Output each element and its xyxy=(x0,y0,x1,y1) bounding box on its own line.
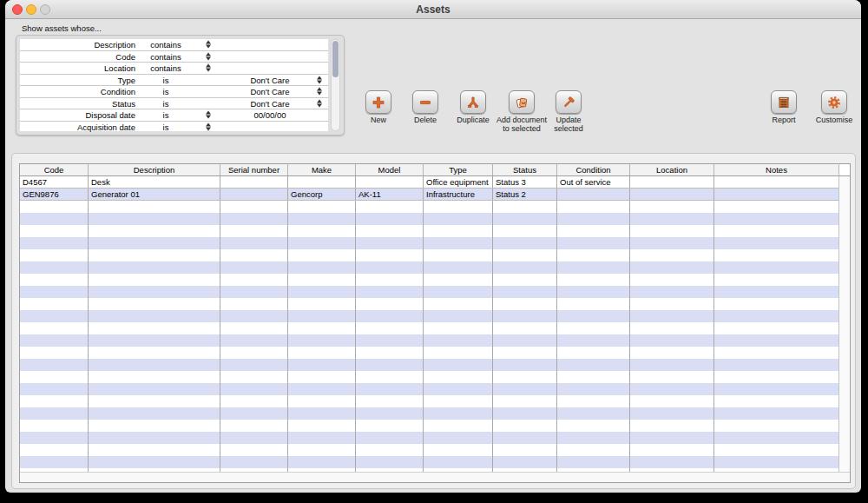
operator-select[interactable]: contains xyxy=(150,63,181,73)
column-header-serial[interactable]: Serial number xyxy=(220,164,288,175)
table-cell xyxy=(288,225,356,237)
stepper-icon[interactable] xyxy=(317,76,322,83)
delete-button[interactable] xyxy=(412,90,438,114)
table-cell xyxy=(424,310,493,322)
table-row-empty[interactable] xyxy=(20,420,838,432)
table-cell xyxy=(20,444,89,456)
table-cell xyxy=(89,347,220,359)
report-button[interactable] xyxy=(771,90,797,114)
column-header-model[interactable]: Model xyxy=(356,164,424,175)
table-cell xyxy=(220,432,288,444)
table-cell xyxy=(356,359,424,371)
table-cell xyxy=(288,237,356,249)
column-header-notes[interactable]: Notes xyxy=(714,164,838,175)
table-row[interactable]: D4567 Desk Office equipment Status 3 Out… xyxy=(20,176,838,189)
table-cell xyxy=(557,371,630,383)
table-cell xyxy=(714,274,838,286)
table-cell xyxy=(424,395,493,407)
operator-select[interactable]: is xyxy=(163,87,169,96)
filter-scrollbar[interactable] xyxy=(331,39,340,131)
stepper-icon[interactable] xyxy=(206,111,211,119)
stepper-icon[interactable] xyxy=(317,88,322,96)
table-cell xyxy=(89,383,220,395)
horizontal-scrollbar[interactable] xyxy=(20,472,850,482)
stepper-icon[interactable] xyxy=(206,64,211,72)
update-selected-button[interactable] xyxy=(556,90,582,114)
column-header-description[interactable]: Description xyxy=(89,164,220,175)
stepper-icon[interactable] xyxy=(206,41,211,49)
column-header-type[interactable]: Type xyxy=(424,164,493,175)
table-row-empty[interactable] xyxy=(20,249,838,261)
hammer-icon xyxy=(562,96,575,109)
button-label: Duplicate xyxy=(445,116,501,124)
table-row-empty[interactable] xyxy=(20,322,838,334)
table-row-empty[interactable] xyxy=(20,456,838,468)
table-cell xyxy=(493,286,557,298)
new-button[interactable] xyxy=(365,90,391,114)
table-row-empty[interactable] xyxy=(20,334,838,347)
column-header-status[interactable]: Status xyxy=(493,164,557,175)
filter-field-label: Condition xyxy=(20,87,135,96)
table-cell xyxy=(288,359,356,371)
value-select[interactable]: Don't Care xyxy=(250,75,289,84)
operator-select[interactable]: contains xyxy=(150,40,181,50)
table-row-empty[interactable] xyxy=(20,298,838,310)
customise-button[interactable] xyxy=(821,90,847,114)
table-cell xyxy=(424,274,493,286)
table-row-empty[interactable] xyxy=(20,468,838,472)
operator-select[interactable]: is xyxy=(163,75,169,84)
operator-select[interactable]: is xyxy=(163,110,169,120)
operator-select[interactable]: is xyxy=(163,98,169,108)
table-row[interactable]: GEN9876 Generator 01 Gencorp AK-11 Infra… xyxy=(20,189,838,201)
table-row-empty[interactable] xyxy=(20,261,838,274)
table-row-empty[interactable] xyxy=(20,359,838,371)
table-row-empty[interactable] xyxy=(20,201,838,213)
vertical-scrollbar[interactable] xyxy=(838,176,850,472)
table-cell xyxy=(714,176,838,188)
duplicate-button[interactable] xyxy=(460,90,486,114)
stepper-icon[interactable] xyxy=(317,99,322,107)
table-row-empty[interactable] xyxy=(20,432,838,444)
table-cell xyxy=(557,420,630,432)
table-cell xyxy=(493,432,557,444)
title-bar[interactable]: Assets xyxy=(5,0,861,19)
column-header-condition[interactable]: Condition xyxy=(557,164,630,175)
stepper-icon[interactable] xyxy=(206,123,211,131)
stepper-icon[interactable] xyxy=(206,52,211,60)
table-cell xyxy=(220,322,288,334)
operator-select[interactable]: contains xyxy=(150,51,181,61)
table-row-empty[interactable] xyxy=(20,310,838,322)
table-cell xyxy=(714,432,838,444)
table-row-empty[interactable] xyxy=(20,383,838,395)
value-select[interactable]: Don't Care xyxy=(250,87,289,96)
table-row-empty[interactable] xyxy=(20,274,838,286)
column-header-code[interactable]: Code xyxy=(20,164,89,175)
operator-select[interactable]: is xyxy=(163,122,169,132)
table-row-empty[interactable] xyxy=(20,213,838,225)
column-header-make[interactable]: Make xyxy=(288,164,356,175)
add-document-button[interactable] xyxy=(509,90,535,114)
filter-rows: Description contains Code contains Locat… xyxy=(20,39,328,131)
table-cell xyxy=(493,407,557,420)
table-cell xyxy=(424,213,493,225)
filter-scrollbar-thumb[interactable] xyxy=(332,41,339,77)
table-row-empty[interactable] xyxy=(20,225,838,237)
table-cell xyxy=(630,274,714,286)
column-header-location[interactable]: Location xyxy=(630,164,714,175)
table-row-empty[interactable] xyxy=(20,395,838,407)
table-row-empty[interactable] xyxy=(20,237,838,249)
table-row-empty[interactable] xyxy=(20,407,838,420)
table-cell xyxy=(20,371,89,383)
table-cell xyxy=(89,395,220,407)
table-cell xyxy=(424,286,493,298)
table-row-empty[interactable] xyxy=(20,444,838,456)
date-field[interactable]: 00/00/00 xyxy=(254,110,286,120)
value-select[interactable]: Don't Care xyxy=(250,98,289,108)
table-row-empty[interactable] xyxy=(20,286,838,298)
table-cell xyxy=(557,444,630,456)
table-row-empty[interactable] xyxy=(20,371,838,383)
table-row-empty[interactable] xyxy=(20,347,838,359)
table-cell xyxy=(424,420,493,432)
table-cell: Gencorp xyxy=(288,189,356,200)
table-cell xyxy=(220,407,288,420)
